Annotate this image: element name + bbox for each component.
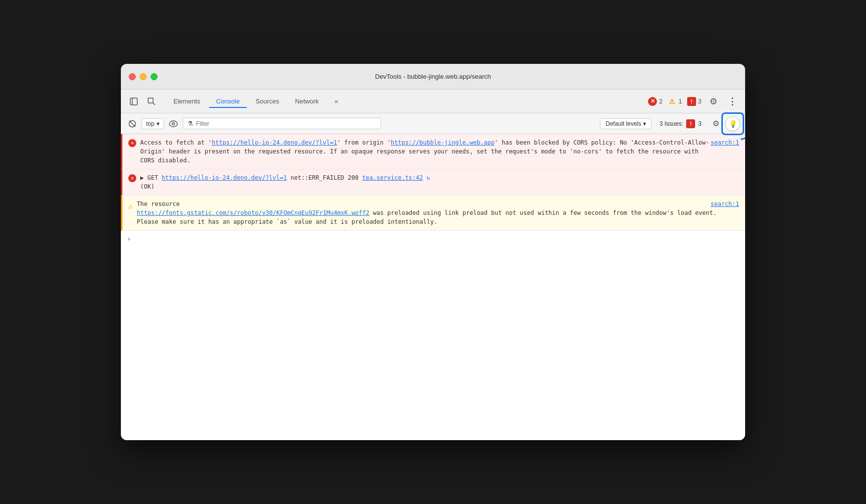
levels-label: Default levels [605,120,641,127]
svg-rect-0 [130,98,137,105]
window-title: DevTools - bubble-jingle.web.app/search [375,73,491,80]
warning-icon: ⚠ [668,97,677,106]
context-label: top [146,120,155,127]
error-count: ✕ [648,97,657,106]
preload-warning-content: The resource search:1 https://fonts.gsta… [137,200,739,226]
error-entry-icon: ✕ [128,139,136,147]
tab-more[interactable]: » [327,95,345,108]
net-error-content: ▶ GET https://hello-io-24.deno.dev/?lvl=… [140,173,739,191]
console-content: ✕ Access to fetch at 'https://hello-io-2… [121,134,745,440]
svg-line-3 [153,103,155,105]
net-error-ok: (OK) [140,182,739,191]
tab-network[interactable]: Network [288,95,326,108]
svg-rect-2 [148,98,153,103]
minimize-button[interactable] [140,73,147,80]
title-bar: DevTools - bubble-jingle.web.app/search [121,64,745,90]
ai-insights-button[interactable]: 💡 [725,116,740,131]
filter-input-wrapper: ⚗ [183,118,381,129]
console-toolbar: top ▾ ⚗ Default levels ▾ 3 Issues: ! 3 ⚙… [121,113,745,134]
preload-font-url-link[interactable]: https://fonts.gstatic.com/s/roboto/v30/K… [137,209,370,216]
issues-text: 3 Issues: [659,120,683,127]
context-chevron-icon: ▾ [157,120,160,127]
inspect-element-icon[interactable] [145,95,159,108]
issues-badge-icon: ! [686,119,695,128]
devtools-window: DevTools - bubble-jingle.web.app/search … [121,64,745,440]
issues-button[interactable]: 3 Issues: ! 3 [654,118,706,130]
settings-icon[interactable]: ⚙ [706,95,720,108]
filter-icon: ⚗ [187,120,193,127]
net-error-text: ▶ GET https://hello-io-24.deno.dev/?lvl=… [140,173,430,182]
tab-bar-right: ✕ 2 ⚠ 1 ! 3 ⚙ ⋮ [648,95,739,108]
error-count-label: 2 [659,98,662,105]
tab-elements[interactable]: Elements [166,95,207,108]
maximize-button[interactable] [151,73,158,80]
preload-warning-header: The resource search:1 [137,200,739,208]
console-prompt[interactable]: › [121,231,745,247]
cors-error-text-start: Access to fetch at 'https://hello-io-24.… [140,138,710,165]
error-badge: ✕ 2 [648,97,662,106]
issues-count: 3 [698,120,702,127]
tea-service-link[interactable]: tea.service.ts:42 [362,174,423,181]
warning-count-label: 1 [679,98,682,105]
cors-error-content: Access to fetch at 'https://hello-io-24.… [140,138,739,165]
eye-icon[interactable] [167,117,180,130]
devtools-sidebar-toggle-icon[interactable] [127,95,141,108]
warning-badge: ⚠ 1 [668,97,682,106]
preload-warning-text-body: https://fonts.gstatic.com/s/roboto/v30/K… [137,208,739,226]
context-selector[interactable]: top ▾ [142,118,164,129]
svg-point-6 [169,121,177,127]
tab-sources[interactable]: Sources [249,95,286,108]
net-error-header: ▶ GET https://hello-io-24.deno.dev/?lvl=… [140,173,739,182]
net-error-url-link[interactable]: https://hello-io-24.deno.dev/?lvl=1 [162,174,287,181]
net-error-icon: ✕ [128,174,136,182]
preload-warning-text-start: The resource [137,200,180,208]
levels-chevron-icon: ▾ [643,120,646,127]
preload-warning-source[interactable]: search:1 [710,200,739,208]
svg-point-7 [172,122,174,125]
issues-count-label: 3 [698,98,702,105]
traffic-lights [129,73,158,80]
cors-error-origin-link[interactable]: https://bubble-jingle.web.app [391,139,495,146]
prompt-arrow-icon: › [127,235,131,243]
warning-triangle-icon: ⚠ [128,201,133,212]
warning-entry-icon: ⚠ [128,201,133,212]
ai-button-wrapper: 💡 ↗ [725,116,740,131]
tab-bar-icons [127,95,159,108]
console-entry-net-error: ✕ ▶ GET https://hello-io-24.deno.dev/?lv… [121,169,745,196]
cors-error-url-link[interactable]: https://hello-io-24.deno.dev/?lvl=1 [212,139,337,146]
console-settings-icon[interactable]: ⚙ [709,117,722,130]
console-entry-preload-warning: ⚠ The resource search:1 https://fonts.gs… [121,196,745,231]
console-entry-cors-error: ✕ Access to fetch at 'https://hello-io-2… [121,134,745,169]
cors-error-source[interactable]: search:1 [710,138,739,147]
clear-console-icon[interactable] [126,117,139,130]
close-button[interactable] [129,73,136,80]
issues-icon: ! [687,97,696,106]
tab-bar: Elements Console Sources Network » ✕ 2 ⚠… [121,90,745,113]
more-options-icon[interactable]: ⋮ [725,95,739,108]
cors-error-header: Access to fetch at 'https://hello-io-24.… [140,138,739,165]
error-circle-icon-2: ✕ [128,174,136,182]
reload-icon[interactable]: ↻ [427,174,430,181]
error-circle-icon: ✕ [128,139,136,147]
tab-console[interactable]: Console [209,95,247,108]
filter-input[interactable] [196,120,377,127]
levels-selector[interactable]: Default levels ▾ [600,118,651,129]
issues-badge: ! 3 [687,97,702,106]
